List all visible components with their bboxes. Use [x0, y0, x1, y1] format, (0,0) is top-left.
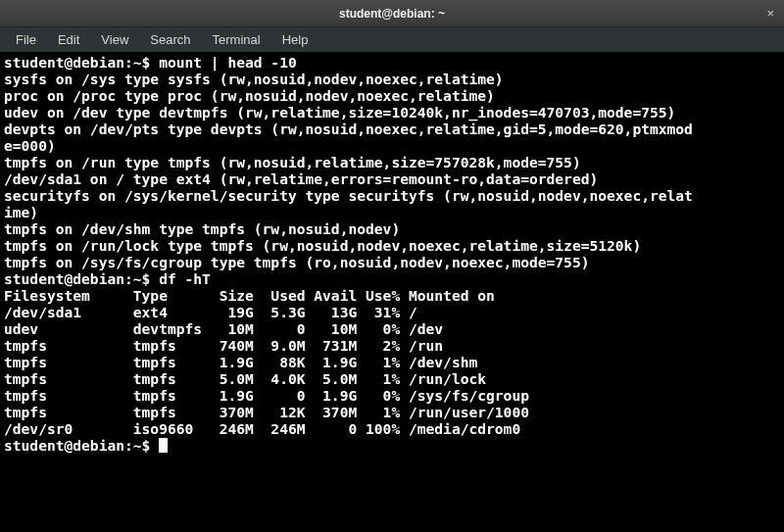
menu-edit[interactable]: Edit [48, 30, 89, 49]
terminal-body[interactable]: student@debian:~$ mount | head -10 sysfs… [0, 52, 784, 532]
menubar: File Edit View Search Terminal Help [0, 27, 784, 52]
menu-file[interactable]: File [6, 30, 46, 49]
menu-search[interactable]: Search [140, 30, 200, 49]
close-icon[interactable]: × [766, 6, 774, 21]
window-titlebar: student@debian: ~ × [0, 0, 784, 27]
menu-terminal[interactable]: Terminal [203, 30, 270, 49]
cursor [159, 438, 168, 453]
menu-view[interactable]: View [91, 30, 138, 49]
menu-help[interactable]: Help [272, 30, 318, 49]
window-title: student@debian: ~ [339, 7, 445, 21]
